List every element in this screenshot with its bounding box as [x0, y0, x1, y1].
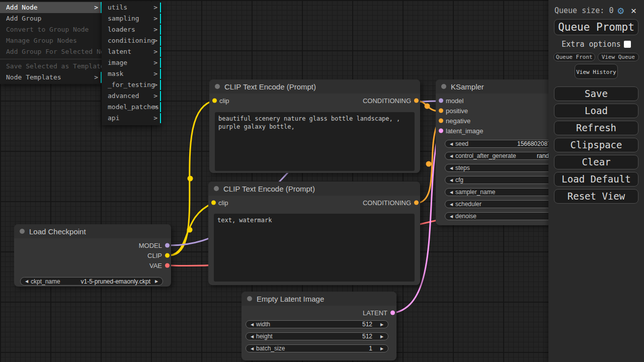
widget-batch-size[interactable]: ◀ batch_size 1 ▶	[246, 344, 388, 352]
widget-width[interactable]: ◀ width 512 ▶	[246, 320, 388, 328]
menu-item-label: Add Group	[6, 15, 41, 22]
node-clip-text-encode-negative[interactable]: CLIP Text Encode (Prompt) clip CONDITION…	[208, 182, 420, 285]
submenu-arrow-icon: >	[153, 80, 157, 90]
clipspace-button[interactable]: Clipspace	[554, 138, 638, 152]
refresh-button[interactable]: Refresh	[554, 121, 638, 135]
collapse-dot[interactable]	[247, 296, 252, 301]
submenu-arrow-icon: >	[153, 36, 157, 46]
input-slot-model[interactable]	[439, 99, 443, 103]
menu-item-add-group[interactable]: Add Group	[0, 13, 102, 24]
reset-view-button[interactable]: Reset View	[554, 189, 638, 204]
output-slot-conditioning[interactable]	[414, 99, 419, 103]
submenu-item-loaders[interactable]: loaders >	[102, 25, 161, 35]
load-button[interactable]: Load	[554, 104, 638, 118]
collapse-dot[interactable]	[214, 186, 219, 191]
submenu-item-sampling[interactable]: sampling >	[102, 14, 161, 24]
output-slot-latent[interactable]	[390, 311, 395, 315]
decrement-arrow-icon[interactable]: ◀	[23, 279, 30, 284]
queue-prompt-button[interactable]: Queue Prompt	[554, 19, 638, 35]
submenu-item-conditioning[interactable]: conditioning >	[102, 36, 161, 46]
menu-item-label: advanced	[108, 92, 139, 100]
view-history-button[interactable]: View History	[575, 64, 618, 79]
decrement-arrow-icon[interactable]: ◀	[448, 178, 455, 183]
submenu-arrow-icon: >	[153, 102, 157, 112]
submenu-item-image[interactable]: image >	[102, 58, 161, 68]
menu-item-manage-group-nodes: Manage Group Nodes	[0, 35, 102, 46]
increment-arrow-icon[interactable]: ▶	[153, 279, 160, 284]
node-load-checkpoint[interactable]: Load Checkpoint MODEL CLIP VAE ◀ ckpt_na…	[14, 224, 171, 287]
decrement-arrow-icon[interactable]: ◀	[249, 322, 256, 327]
decrement-arrow-icon[interactable]: ◀	[249, 334, 256, 339]
decrement-arrow-icon[interactable]: ◀	[448, 190, 455, 195]
view-queue-button[interactable]: View Queue	[598, 53, 639, 61]
node-title-bar[interactable]: CLIP Text Encode (Prompt)	[208, 182, 420, 196]
submenu-arrow-icon: >	[94, 72, 98, 83]
decrement-arrow-icon[interactable]: ◀	[448, 154, 455, 158]
queue-front-button[interactable]: Queue Front	[553, 53, 595, 61]
close-icon[interactable]: ✕	[631, 6, 636, 15]
menu-separator	[0, 59, 102, 59]
collapse-dot[interactable]	[441, 84, 446, 89]
node-empty-latent-image[interactable]: Empty Latent Image LATENT ◀ width 512 ▶ …	[242, 292, 396, 360]
input-slot-clip[interactable]	[212, 99, 217, 103]
decrement-arrow-icon[interactable]: ◀	[448, 166, 455, 170]
output-slot-vae[interactable]	[165, 263, 170, 268]
settings-gear-icon[interactable]: ⚙	[617, 6, 624, 16]
output-slot-clip[interactable]	[165, 253, 170, 258]
widget-label: batch_size	[256, 345, 285, 352]
node-title-bar[interactable]: CLIP Text Encode (Prompt)	[209, 79, 420, 94]
increment-arrow-icon[interactable]: ▶	[378, 322, 385, 327]
decrement-arrow-icon[interactable]: ◀	[448, 142, 455, 146]
widget-ckpt-name[interactable]: ◀ ckpt_name v1-5-pruned-emaonly.ckpt ▶	[20, 277, 163, 286]
menu-item-node-templates[interactable]: Node Templates >	[0, 72, 102, 83]
submenu-item-model-patches[interactable]: model_patches >	[102, 102, 161, 112]
submenu-item-latent[interactable]: latent >	[102, 47, 161, 57]
submenu-arrow-icon: >	[153, 58, 157, 68]
node-clip-text-encode-positive[interactable]: CLIP Text Encode (Prompt) clip CONDITION…	[209, 79, 420, 173]
decrement-arrow-icon[interactable]: ◀	[448, 214, 455, 219]
decrement-arrow-icon[interactable]: ◀	[249, 346, 256, 351]
submenu-item-advanced[interactable]: advanced >	[102, 91, 161, 101]
submenu-item-for-testing[interactable]: _for_testing >	[102, 80, 161, 90]
input-slot-clip[interactable]	[211, 201, 216, 205]
menu-item-label: utils	[108, 4, 127, 11]
output-slot-model[interactable]	[165, 243, 170, 248]
menu-item-label: loaders	[108, 26, 135, 33]
widget-value: 1	[369, 345, 372, 352]
input-label: latent_image	[446, 127, 483, 135]
node-title-bar[interactable]: Load Checkpoint	[14, 224, 171, 238]
node-title: Empty Latent Image	[257, 295, 324, 303]
output-slot-conditioning[interactable]	[414, 201, 419, 205]
prompt-textarea[interactable]: text, watermark	[214, 214, 415, 282]
extra-options-checkbox[interactable]	[624, 41, 631, 48]
menu-item-add-node[interactable]: Add Node >	[0, 2, 102, 13]
submenu-arrow-icon: >	[153, 25, 157, 35]
decrement-arrow-icon[interactable]: ◀	[448, 202, 455, 207]
submenu-item-utils[interactable]: utils >	[102, 3, 161, 13]
input-slot-latent-image[interactable]	[439, 129, 443, 133]
widget-label: scheduler	[455, 201, 481, 208]
menu-item-label: Add Node	[6, 4, 38, 11]
submenu-item-api[interactable]: api >	[102, 113, 161, 123]
load-default-button[interactable]: Load Default	[554, 172, 638, 187]
collapse-dot[interactable]	[215, 84, 220, 89]
menu-item-label: model_patches	[108, 103, 159, 111]
node-title: CLIP Text Encode (Prompt)	[223, 185, 315, 193]
widget-label: height	[256, 333, 273, 340]
save-button[interactable]: Save	[554, 86, 638, 101]
prompt-textarea[interactable]: beautiful scenery nature glass bottle la…	[215, 112, 415, 171]
clear-button[interactable]: Clear	[554, 155, 638, 169]
input-slot-negative[interactable]	[439, 119, 443, 123]
submenu-item-mask[interactable]: mask >	[102, 69, 161, 79]
increment-arrow-icon[interactable]: ▶	[378, 334, 385, 339]
node-title-bar[interactable]: Empty Latent Image	[242, 292, 396, 306]
increment-arrow-icon[interactable]: ▶	[378, 346, 385, 351]
input-label: positive	[446, 107, 468, 115]
widget-label: sampler_name	[455, 189, 495, 196]
context-menu: Add Node > Add Group Convert to Group No…	[0, 1, 102, 84]
widget-height[interactable]: ◀ height 512 ▶	[246, 332, 388, 340]
input-slot-positive[interactable]	[439, 109, 443, 113]
collapse-dot[interactable]	[20, 229, 25, 234]
output-label: VAE	[149, 262, 162, 269]
node-title: Load Checkpoint	[29, 227, 86, 236]
